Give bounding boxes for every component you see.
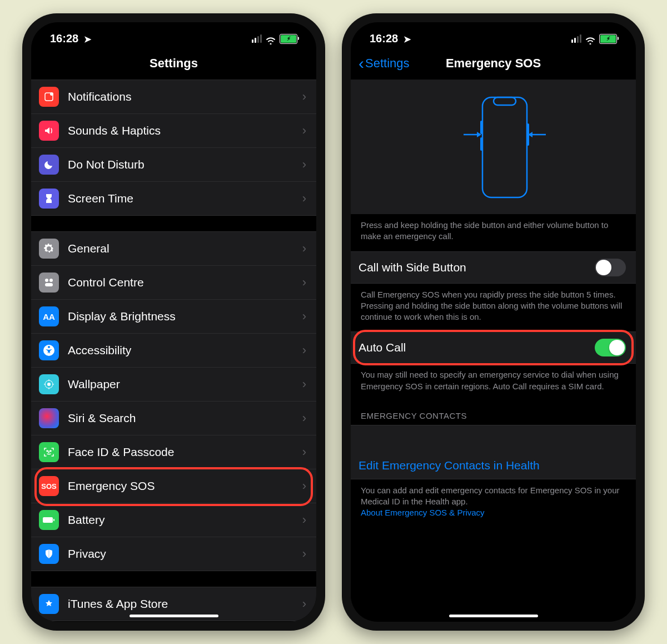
row-label: Call with Side Button	[359, 261, 586, 274]
row-label: Emergency SOS	[68, 479, 293, 493]
group-contacts: Edit Emergency Contacts in Health	[351, 425, 636, 479]
auto-call-footer-text: You may still need to specify an emergen…	[351, 364, 636, 401]
notifications-icon	[39, 87, 59, 107]
svg-point-8	[47, 383, 51, 386]
battery-row-icon	[39, 510, 59, 530]
wifi-icon	[585, 34, 596, 43]
svg-rect-15	[43, 517, 53, 523]
accessibility-icon	[39, 340, 59, 360]
nav-bar: Settings	[31, 48, 316, 80]
toggle-auto-call[interactable]	[595, 339, 626, 356]
chevron-left-icon: ‹	[359, 57, 364, 70]
row-call-with-side-button[interactable]: Call with Side Button	[351, 252, 636, 283]
row-label: Display & Brightness	[68, 310, 293, 323]
notch	[438, 22, 549, 39]
row-sounds[interactable]: Sounds & Haptics ›	[31, 113, 316, 147]
row-control-centre[interactable]: Control Centre ›	[31, 265, 316, 299]
back-label: Settings	[365, 56, 410, 71]
wallpaper-icon	[39, 374, 59, 394]
chevron-right-icon: ›	[302, 241, 306, 256]
row-auto-call[interactable]: Auto Call	[351, 332, 636, 363]
row-display[interactable]: AA Display & Brightness ›	[31, 299, 316, 333]
battery-bolt-icon: ⚡︎	[606, 36, 610, 42]
svg-point-13	[47, 450, 48, 452]
sounds-icon	[39, 121, 59, 141]
chevron-right-icon: ›	[302, 411, 306, 425]
row-label: Wallpaper	[68, 378, 293, 391]
row-emergency-sos[interactable]: SOS Emergency SOS ›	[31, 469, 316, 503]
contacts-empty	[351, 425, 636, 452]
row-label: Battery	[68, 513, 293, 527]
contacts-header: EMERGENCY CONTACTS	[351, 401, 636, 425]
sos-icon: SOS	[39, 476, 59, 496]
status-time: 16:28 ➤	[50, 32, 91, 45]
signal-icon	[571, 34, 581, 43]
clock-text: 16:28	[370, 32, 398, 44]
screentime-icon	[39, 189, 59, 209]
svg-rect-4	[45, 283, 53, 286]
home-indicator[interactable]	[449, 615, 538, 617]
svg-point-6	[48, 346, 50, 348]
row-label: Privacy	[68, 547, 293, 561]
siri-icon	[39, 408, 59, 428]
screen-settings: 16:28 ➤ ⚡︎	[31, 22, 316, 622]
chevron-right-icon: ›	[302, 343, 306, 358]
chevron-right-icon: ›	[302, 547, 306, 561]
row-siri[interactable]: Siri & Search ›	[31, 401, 316, 435]
sos-content[interactable]: Press and keep holding the side button a…	[351, 80, 636, 622]
screen-emergency-sos: 16:28 ➤ ⚡︎	[351, 22, 636, 622]
display-glyph: AA	[43, 312, 55, 321]
svg-point-1	[50, 92, 53, 96]
battery-icon: ⚡︎	[280, 34, 297, 44]
chevron-right-icon: ›	[302, 157, 306, 172]
row-battery[interactable]: Battery ›	[31, 503, 316, 537]
group-gap	[31, 571, 316, 587]
row-notifications[interactable]: Notifications ›	[31, 80, 316, 113]
group-alerts: Notifications › Sounds & Haptics ›	[31, 80, 316, 216]
row-faceid[interactable]: Face ID & Passcode ›	[31, 435, 316, 469]
svg-rect-16	[53, 519, 54, 521]
location-icon: ➤	[404, 34, 411, 44]
back-button[interactable]: ‹ Settings	[359, 56, 410, 71]
row-label: Edit Emergency Contacts in Health	[359, 459, 626, 472]
svg-point-2	[45, 279, 48, 282]
row-general[interactable]: General ›	[31, 232, 316, 265]
row-label: General	[68, 242, 293, 255]
row-label: Do Not Disturb	[68, 158, 293, 171]
row-label: Screen Time	[68, 192, 293, 205]
home-indicator[interactable]	[130, 615, 218, 617]
chevron-right-icon: ›	[302, 597, 306, 611]
signal-icon	[252, 34, 262, 43]
battery-bolt-icon: ⚡︎	[287, 36, 291, 42]
call-side-footer-text: Call Emergency SOS when you rapidly pres…	[351, 284, 636, 332]
privacy-icon	[39, 544, 59, 564]
row-label: Auto Call	[359, 341, 586, 354]
toggle-call-side[interactable]	[595, 259, 626, 276]
row-wallpaper[interactable]: Wallpaper ›	[31, 367, 316, 401]
status-right: ⚡︎	[252, 34, 297, 44]
wifi-icon	[265, 34, 276, 43]
chevron-right-icon: ›	[302, 275, 306, 290]
row-label: Siri & Search	[68, 412, 293, 425]
sos-glyph: SOS	[41, 482, 56, 491]
row-edit-contacts[interactable]: Edit Emergency Contacts in Health	[351, 452, 636, 479]
svg-rect-19	[480, 121, 482, 134]
dnd-icon	[39, 155, 59, 175]
row-label: iTunes & App Store	[68, 597, 293, 611]
clock-text: 16:28	[50, 32, 78, 44]
gear-icon	[39, 239, 59, 259]
privacy-link[interactable]: About Emergency SOS & Privacy	[361, 507, 626, 518]
row-label: Sounds & Haptics	[68, 124, 293, 137]
row-accessibility[interactable]: Accessibility ›	[31, 333, 316, 367]
row-dnd[interactable]: Do Not Disturb ›	[31, 147, 316, 181]
notch	[118, 22, 230, 39]
chevron-right-icon: ›	[302, 513, 306, 527]
faceid-icon	[39, 442, 59, 462]
svg-rect-20	[480, 137, 482, 151]
battery-icon: ⚡︎	[599, 34, 617, 44]
settings-list[interactable]: Notifications › Sounds & Haptics ›	[31, 80, 316, 622]
chevron-right-icon: ›	[302, 309, 306, 324]
row-screentime[interactable]: Screen Time ›	[31, 181, 316, 215]
appstore-icon	[39, 594, 59, 614]
row-privacy[interactable]: Privacy ›	[31, 537, 316, 571]
